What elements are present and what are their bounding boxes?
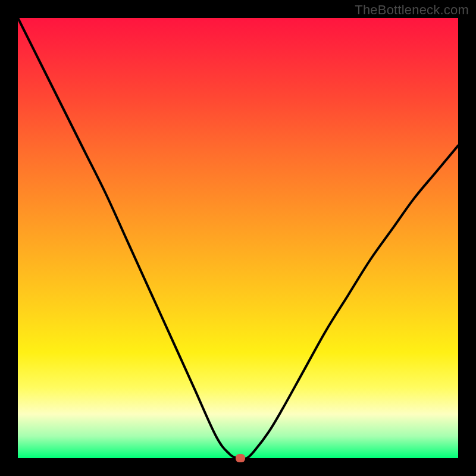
watermark-label: TheBottleneck.com [355, 2, 469, 18]
chart-plot-area [18, 18, 458, 458]
bottleneck-curve [18, 18, 458, 458]
minimum-marker [236, 454, 245, 462]
curve-line [18, 18, 458, 459]
chart-frame: TheBottleneck.com [0, 0, 476, 476]
